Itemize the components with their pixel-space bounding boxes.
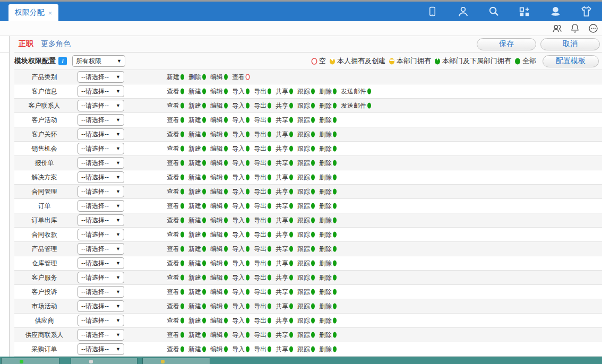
permission-toggle[interactable]: 查看 bbox=[167, 259, 185, 268]
permission-toggle[interactable]: 删除 bbox=[319, 187, 337, 196]
permission-toggle[interactable]: 跟踪 bbox=[297, 101, 315, 110]
permission-toggle[interactable]: 删除 bbox=[319, 216, 337, 225]
permission-toggle[interactable]: 编辑 bbox=[210, 130, 228, 139]
taskbar-window-button[interactable] bbox=[1, 358, 59, 364]
permission-toggle[interactable]: 查看 bbox=[167, 345, 185, 354]
permission-toggle[interactable]: 发送邮件 bbox=[341, 101, 372, 110]
permission-toggle[interactable]: 导出 bbox=[254, 345, 272, 354]
permission-toggle[interactable]: 删除 bbox=[319, 259, 337, 268]
permission-toggle[interactable]: 导出 bbox=[254, 273, 272, 282]
permission-toggle[interactable]: 新建 bbox=[188, 288, 207, 297]
permission-toggle[interactable]: 导入 bbox=[232, 245, 250, 254]
permission-toggle[interactable]: 编辑 bbox=[210, 216, 228, 225]
permission-toggle[interactable]: 编辑 bbox=[210, 116, 228, 125]
tab-permission-assignment[interactable]: 权限分配 × bbox=[8, 4, 58, 21]
permission-toggle[interactable]: 共享 bbox=[276, 144, 294, 153]
permission-toggle[interactable]: 跟踪 bbox=[297, 159, 315, 168]
permission-toggle[interactable]: 导出 bbox=[254, 302, 272, 311]
module-permission-select[interactable]: --请选择--▼ bbox=[78, 128, 124, 140]
permission-toggle[interactable]: 导出 bbox=[254, 259, 272, 268]
permission-toggle[interactable]: 删除 bbox=[319, 173, 337, 182]
permission-toggle[interactable]: 跟踪 bbox=[297, 130, 315, 139]
permission-toggle[interactable]: 导出 bbox=[254, 130, 272, 139]
permission-toggle[interactable]: 编辑 bbox=[210, 101, 228, 110]
permission-toggle[interactable]: 编辑 bbox=[210, 331, 228, 340]
permission-toggle[interactable]: 共享 bbox=[276, 331, 294, 340]
people-icon[interactable] bbox=[551, 22, 563, 34]
permission-toggle[interactable]: 编辑 bbox=[210, 73, 228, 82]
module-permission-select[interactable]: --请选择--▼ bbox=[78, 343, 124, 355]
permission-toggle[interactable]: 编辑 bbox=[210, 144, 228, 153]
permission-toggle[interactable]: 共享 bbox=[276, 345, 294, 354]
permission-toggle[interactable]: 查看 bbox=[167, 187, 185, 196]
permission-toggle[interactable]: 跟踪 bbox=[297, 187, 315, 196]
permission-toggle[interactable]: 导出 bbox=[254, 159, 272, 168]
permission-toggle[interactable]: 导出 bbox=[254, 187, 272, 196]
permission-toggle[interactable]: 导出 bbox=[254, 202, 272, 211]
person-icon[interactable] bbox=[457, 5, 469, 18]
permission-toggle[interactable]: 导入 bbox=[232, 345, 250, 354]
permission-toggle[interactable]: 删除 bbox=[319, 331, 337, 340]
permission-toggle[interactable]: 导入 bbox=[232, 101, 250, 110]
module-permission-select[interactable]: --请选择--▼ bbox=[78, 300, 124, 312]
permission-toggle[interactable]: 跟踪 bbox=[297, 345, 315, 354]
permission-toggle[interactable]: 跟踪 bbox=[297, 87, 315, 96]
permission-toggle[interactable]: 导入 bbox=[232, 116, 250, 125]
permission-toggle[interactable]: 新建 bbox=[188, 216, 207, 225]
permission-toggle[interactable]: 导入 bbox=[232, 130, 250, 139]
permission-toggle[interactable]: 查看 bbox=[167, 173, 185, 182]
more-circle-icon[interactable] bbox=[587, 22, 599, 34]
permission-toggle[interactable]: 共享 bbox=[276, 87, 294, 96]
permission-toggle[interactable]: 共享 bbox=[276, 202, 294, 211]
permission-toggle[interactable]: 共享 bbox=[276, 302, 294, 311]
permission-toggle[interactable]: 删除 bbox=[319, 101, 337, 110]
permission-toggle[interactable]: 编辑 bbox=[210, 245, 228, 254]
permission-toggle[interactable]: 新建 bbox=[188, 259, 207, 268]
permission-toggle[interactable]: 编辑 bbox=[210, 288, 228, 297]
permission-toggle[interactable]: 跟踪 bbox=[297, 245, 315, 254]
info-icon[interactable]: i bbox=[58, 57, 67, 65]
permission-toggle[interactable]: 导入 bbox=[232, 216, 250, 225]
permission-toggle[interactable]: 查看 bbox=[167, 101, 185, 110]
cancel-button[interactable]: 取消 bbox=[540, 38, 600, 50]
permission-toggle[interactable]: 导入 bbox=[232, 202, 250, 211]
permission-toggle[interactable]: 查看 bbox=[167, 331, 185, 340]
shirt-icon[interactable] bbox=[580, 5, 592, 18]
permission-toggle[interactable]: 查看 bbox=[167, 245, 185, 254]
permission-toggle[interactable]: 导入 bbox=[232, 316, 250, 325]
permission-toggle[interactable]: 新建 bbox=[188, 316, 207, 325]
permission-toggle[interactable]: 导出 bbox=[254, 173, 272, 182]
permission-toggle[interactable]: 新建 bbox=[188, 187, 207, 196]
permission-toggle[interactable]: 查看 bbox=[167, 159, 185, 168]
configure-template-button[interactable]: 配置模板 bbox=[543, 55, 599, 67]
permission-toggle[interactable]: 查看 bbox=[167, 216, 185, 225]
module-permission-select[interactable]: --请选择--▼ bbox=[78, 329, 124, 341]
close-icon[interactable]: × bbox=[48, 9, 53, 17]
permission-toggle[interactable]: 新建 bbox=[188, 302, 207, 311]
permission-toggle[interactable]: 查看 bbox=[167, 273, 185, 282]
permission-toggle[interactable]: 导出 bbox=[254, 331, 272, 340]
permission-toggle[interactable]: 发送邮件 bbox=[341, 87, 372, 96]
permission-toggle[interactable]: 跟踪 bbox=[297, 173, 315, 182]
permission-toggle[interactable]: 导入 bbox=[232, 173, 250, 182]
permission-toggle[interactable]: 导出 bbox=[254, 144, 272, 153]
module-permission-select[interactable]: --请选择--▼ bbox=[78, 171, 124, 183]
search-icon[interactable] bbox=[487, 5, 500, 18]
permission-toggle[interactable]: 新建 bbox=[188, 144, 207, 153]
permission-toggle[interactable]: 删除 bbox=[319, 245, 337, 254]
permission-toggle[interactable]: 导入 bbox=[232, 144, 250, 153]
module-permission-select[interactable]: --请选择--▼ bbox=[78, 157, 124, 169]
permission-toggle[interactable]: 导出 bbox=[254, 316, 272, 325]
permission-toggle[interactable]: 删除 bbox=[319, 302, 337, 311]
permission-toggle[interactable]: 导出 bbox=[254, 87, 272, 96]
permission-toggle[interactable]: 编辑 bbox=[210, 302, 228, 311]
permission-toggle[interactable]: 新建 bbox=[188, 173, 207, 182]
permission-toggle[interactable]: 新建 bbox=[188, 116, 207, 125]
permission-toggle[interactable]: 导出 bbox=[254, 245, 272, 254]
permission-toggle[interactable]: 编辑 bbox=[210, 230, 228, 239]
permission-toggle[interactable]: 编辑 bbox=[210, 202, 228, 211]
permission-toggle[interactable]: 查看 bbox=[232, 73, 250, 82]
permission-toggle[interactable]: 共享 bbox=[276, 245, 294, 254]
permission-toggle[interactable]: 跟踪 bbox=[297, 302, 315, 311]
permission-toggle[interactable]: 删除 bbox=[319, 116, 337, 125]
